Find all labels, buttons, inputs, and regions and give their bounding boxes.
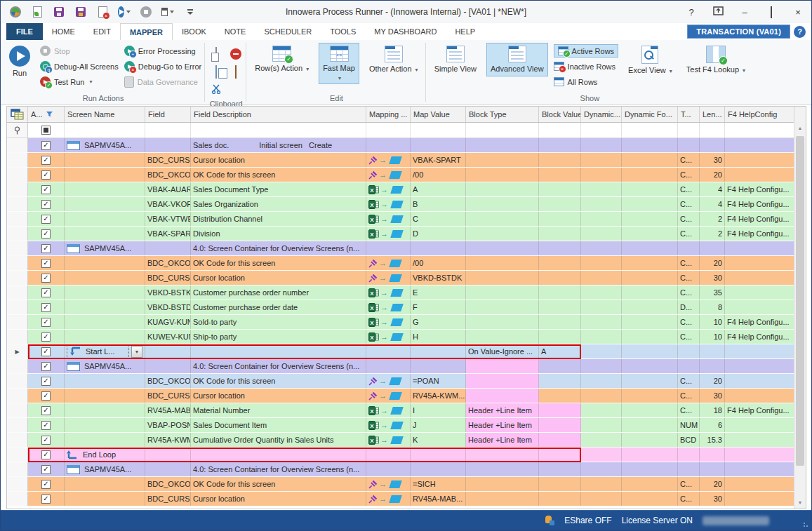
block-value-cell[interactable] [539, 212, 581, 226]
block-type-cell[interactable] [466, 241, 539, 255]
field-description-cell[interactable]: Cursor location [191, 389, 366, 403]
block-value-cell[interactable] [539, 182, 581, 196]
f4-helpconfig-cell[interactable] [725, 344, 794, 358]
dynamic-formula-cell[interactable] [622, 285, 678, 300]
dynamic-cell[interactable] [581, 448, 622, 462]
type-cell[interactable] [678, 241, 700, 255]
dynamic-cell[interactable] [581, 241, 622, 255]
screen-name-cell[interactable] [65, 285, 145, 300]
active-cell[interactable]: ✓ [28, 344, 65, 358]
other-action-button[interactable]: Other Action ▾ [365, 43, 422, 76]
dynamic-cell[interactable] [581, 359, 622, 373]
block-type-cell[interactable]: On Value-Ignore ... [466, 344, 539, 358]
field-cell[interactable]: BDC_OKCODE [145, 168, 191, 182]
field-cell[interactable]: VBAK-SPART [145, 227, 191, 241]
row-checkbox[interactable]: ✓ [41, 347, 51, 356]
screen-row[interactable]: ✓SAPMV45A...4.0: Screen Container for Ov… [7, 241, 806, 256]
dynamic-formula-cell[interactable] [622, 492, 678, 506]
field-row[interactable]: ✓VBKD-BSTDKCustomer purchase order dateX… [7, 300, 806, 315]
f4-helpconfig-cell[interactable] [725, 418, 794, 432]
dynamic-cell[interactable] [581, 197, 622, 211]
column-header-screen-name[interactable]: Screen Name [65, 107, 145, 122]
resize-grip[interactable] [803, 522, 810, 529]
dynamic-formula-cell[interactable] [622, 344, 678, 358]
length-cell[interactable]: 20 [700, 256, 725, 270]
length-cell[interactable]: 10 [700, 330, 725, 344]
length-cell[interactable]: 30 [700, 492, 725, 506]
active-cell[interactable]: ✓ [28, 271, 65, 285]
field-cell[interactable]: VBAK-AUART [145, 182, 191, 196]
length-cell[interactable] [700, 138, 725, 152]
mapping-cell[interactable] [366, 138, 411, 152]
active-cell[interactable]: ✓ [28, 433, 65, 447]
field-row[interactable]: ✓BDC_OKCODEOK Code for this screen→=SICH… [7, 477, 806, 492]
block-value-cell[interactable] [539, 403, 581, 417]
field-cell[interactable] [145, 359, 191, 373]
active-cell[interactable]: ✓ [28, 448, 65, 462]
row-checkbox[interactable]: ✓ [41, 406, 51, 415]
dynamic-cell[interactable] [581, 492, 622, 506]
active-rows-button[interactable]: ✓ Active Rows [554, 44, 619, 58]
row-indicator[interactable] [7, 433, 28, 447]
active-cell[interactable]: ✓ [28, 241, 65, 255]
active-cell[interactable]: ✓ [28, 462, 65, 476]
dynamic-cell[interactable] [581, 433, 622, 447]
dynamic-formula-cell[interactable] [622, 300, 678, 314]
type-cell[interactable]: C... [678, 182, 700, 196]
length-cell[interactable]: 30 [700, 153, 725, 167]
block-type-cell[interactable] [466, 138, 539, 152]
row-indicator[interactable] [7, 256, 28, 270]
dynamic-cell[interactable] [581, 168, 622, 182]
field-description-cell[interactable]: Ship-to party [191, 330, 366, 344]
mapping-cell[interactable] [366, 344, 411, 358]
screen-name-cell[interactable] [65, 182, 145, 196]
f4-helpconfig-cell[interactable] [725, 153, 794, 167]
row-indicator[interactable] [7, 182, 28, 196]
field-cell[interactable]: VBKD-BSTDK [145, 300, 191, 314]
length-cell[interactable]: 35 [700, 285, 725, 300]
row-checkbox[interactable]: ✓ [41, 450, 51, 459]
row-checkbox[interactable]: ✓ [41, 141, 51, 150]
error-processing-button[interactable]: + Error Processing [124, 45, 201, 57]
row-checkbox[interactable]: ✓ [41, 465, 51, 474]
block-value-cell[interactable] [539, 241, 581, 255]
field-row[interactable]: ✓VBKD-BSTKDCustomer purchase order numbe… [7, 285, 806, 300]
screen-name-cell[interactable] [65, 212, 145, 226]
customize-toolbar-icon[interactable] [187, 9, 193, 15]
scroll-down-icon[interactable]: ▼ [794, 497, 806, 509]
row-indicator[interactable] [7, 168, 28, 182]
field-description-cell[interactable]: Sales Document Type [191, 182, 366, 196]
field-cell[interactable]: VBKD-BSTKD [145, 285, 191, 300]
mapping-cell[interactable]: X→ [366, 197, 411, 211]
block-type-cell[interactable] [466, 256, 539, 270]
field-cell[interactable]: VBAP-POSNR... [145, 418, 191, 432]
block-value-cell[interactable] [539, 168, 581, 182]
f4-helpconfig-cell[interactable] [725, 285, 794, 300]
row-indicator[interactable] [7, 285, 28, 300]
field-cell[interactable]: BDC_OKCODE [145, 477, 191, 491]
active-cell[interactable]: ✓ [28, 477, 65, 491]
block-value-cell[interactable] [539, 330, 581, 344]
filter-cell[interactable] [622, 123, 678, 137]
screen-name-cell[interactable] [65, 300, 145, 314]
screen-name-cell[interactable]: Start L...▼ [65, 344, 145, 358]
tab-help[interactable]: HELP [446, 23, 484, 40]
map-value-cell[interactable]: F [411, 300, 466, 314]
length-cell[interactable]: 30 [700, 389, 725, 403]
field-cell[interactable]: BDC_CURSOR [145, 492, 191, 506]
length-cell[interactable]: 20 [700, 168, 725, 182]
field-description-cell[interactable]: Division [191, 227, 366, 241]
mapping-cell[interactable]: X→ [366, 227, 411, 241]
map-value-cell[interactable]: =SICH [411, 477, 466, 491]
row-checkbox[interactable]: ✓ [41, 170, 51, 180]
map-value-cell[interactable]: VBAK-SPART [411, 153, 466, 167]
type-cell[interactable]: D... [678, 300, 700, 314]
field-cell[interactable]: KUAGV-KUNNR [145, 315, 191, 329]
field-cell[interactable]: BDC_CURSOR [145, 389, 191, 403]
field-description-cell[interactable] [191, 448, 366, 462]
row-indicator[interactable] [7, 462, 28, 476]
f4-helpconfig-cell[interactable] [725, 492, 794, 506]
dynamic-cell[interactable] [581, 138, 622, 152]
block-value-cell[interactable] [539, 433, 581, 447]
screen-name-cell[interactable] [65, 197, 145, 211]
